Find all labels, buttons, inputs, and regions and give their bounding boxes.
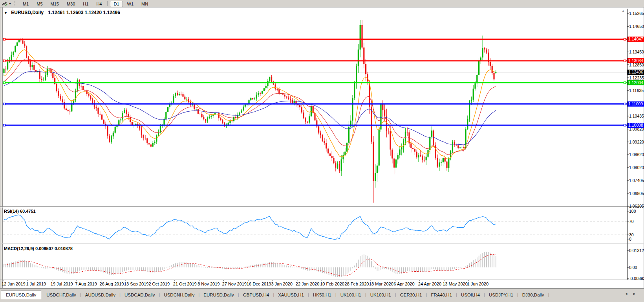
macd-pane-label: MACD(12,26,9) 0.009507 0.010878 [4,246,73,251]
price-axis-tick: 1.10435 [629,114,644,118]
tab-separator: | [119,293,121,297]
price-axis-tick: 1.06805 [629,191,644,196]
rsi-pane-label: RSI(14) 60.4751 [4,209,36,214]
price-axis-tick: 1.15265 [629,11,644,16]
tab-scroll-arrows: ◄► [624,292,641,296]
chart-tab-hk50-h1[interactable]: HK50,H1 [309,291,335,299]
price-axis-tick: 1.12235 [629,76,644,80]
chart-tab-usdchf-daily[interactable]: USDCHF,Daily [43,291,79,299]
date-axis-label: 13 May 2020 [443,282,468,286]
price-badge: 1.14047 [628,37,644,42]
price-axis-tick: 1.11635 [629,88,644,93]
tab-separator: | [198,293,199,297]
date-axis-label: 24 Apr 2020 [418,282,441,286]
tab-separator: | [484,293,485,297]
date-axis-label: 8 Nov 2019 [198,282,220,286]
date-axis-label: 28 Feb 2020 [345,282,369,286]
price-axis-tick: 1.06205 [629,204,644,208]
line-handle[interactable] [624,82,626,84]
date-axis-label: 27 Nov 2019 [222,282,247,286]
tab-separator: | [548,293,549,297]
rsi-axis-tick: 0 [629,237,631,241]
line-handle[interactable] [4,38,5,40]
chart-tab-audusd-daily[interactable]: AUDUSD,Daily [82,291,119,299]
chart-title-symbol: EURUSD,Daily [11,10,44,15]
chart-tab-uk100-h1[interactable]: UK100,H1 [337,291,365,299]
chart-tab-usoil-h4[interactable]: USOil,H4 [457,291,483,299]
mt4-window: ▼ M1M5M15M30H1H4D1W1MN ▼ EURUSD,Daily 1.… [0,0,644,302]
macd-axis-tick: 0.00 [629,265,637,270]
date-axis-label: 22 Jan 2020 [296,282,320,286]
tab-separator: | [517,293,518,297]
chart-tab-eurusd-daily[interactable]: EURUSD,Daily [200,291,237,299]
chart-title: ▼ EURUSD,Daily 1.12461 1.12603 1.12420 1… [4,10,120,15]
date-axis-label: 6 Apr 2020 [393,282,414,286]
price-axis-tick: 1.13450 [629,50,644,54]
date-axis-label: 1 Jul 2019 [26,282,46,286]
rsi-axis-tick: 70 [629,219,634,224]
line-handle[interactable] [4,103,5,105]
date-axis-label: 1 Jun 2020 [467,282,488,286]
chart-tab-eurusd-daily[interactable]: EURUSD,Daily [1,291,41,299]
chart-tab-fra40-h1[interactable]: FRA40,H1 [427,291,456,299]
collapse-triangle-icon[interactable]: ▼ [4,11,7,15]
chart-scroll-marker[interactable]: ▲ [622,9,625,13]
macd-axis-tick: -0.008933 [629,276,644,281]
price-axis-tick: 1.08620 [629,152,644,157]
chart-tab-gbpusd-h4[interactable]: GBPUSD,H4 [240,291,273,299]
tab-separator: | [426,293,427,297]
chart-title-ohlc: 1.12461 1.12603 1.12420 1.12496 [48,10,120,15]
chart-canvas[interactable] [0,0,644,302]
line-handle[interactable] [4,60,5,62]
tab-separator: | [80,293,81,297]
date-axis-label: 2 Oct 2019 [148,282,170,286]
tab-separator: | [273,293,274,297]
date-axis-label: 10 Feb 2020 [320,282,344,286]
tab-separator: | [238,293,239,297]
tab-separator: | [335,293,337,297]
chart-tab-xauusd-h1[interactable]: XAUUSD,H1 [274,291,307,299]
price-axis-tick: 1.09220 [629,140,644,144]
date-axis-label: 19 Jul 2019 [51,282,73,286]
price-badge: 1.12496 [628,70,644,75]
chart-tab-usdcnh-daily[interactable]: USDCNH,Daily [160,291,198,299]
rsi-axis-tick: 100 [629,209,636,214]
price-axis-tick: 1.07405 [629,178,644,183]
line-handle[interactable] [624,103,626,105]
date-axis-label: 26 Aug 2019 [100,282,124,286]
date-axis-label: 3 Jan 2020 [271,282,292,286]
tab-scroll-right-icon[interactable]: ► [633,292,641,296]
tab-separator: | [395,293,396,297]
date-axis-label: 7 Aug 2019 [75,282,97,286]
date-axis-label: 12 Jun 2019 [2,282,26,286]
chart-tab-ger30-h1[interactable]: GER30,H1 [397,291,426,299]
tab-scroll-left-icon[interactable]: ◄ [624,292,633,296]
tab-separator: | [365,293,366,297]
line-handle[interactable] [624,124,626,126]
line-handle[interactable] [4,124,5,126]
price-badge: 1.11009 [628,101,644,107]
chart-tab-uk100-h1[interactable]: UK100,H1 [367,291,395,299]
date-axis-label: 13 Sep 2019 [124,282,148,286]
price-badge: 1.10008 [628,123,644,128]
chart-tab-dj30-daily[interactable]: DJ30,Daily [519,291,548,299]
tab-separator: | [308,293,309,297]
date-axis-label: 18 Mar 2020 [369,282,393,286]
price-axis-tick: 1.14650 [629,24,644,29]
line-handle[interactable] [624,60,626,62]
price-badge: 1.13034 [628,58,644,63]
chart-tab-usdjpy-h1[interactable]: USDJPY,H1 [485,291,517,299]
price-axis-tick: 1.08020 [629,165,644,170]
chart-tab-bar: EURUSD,DailyUSDCHF,Daily|AUDUSD,Daily|US… [1,290,626,300]
tab-separator: | [159,293,160,297]
tab-separator: | [456,293,457,297]
price-badge: 1.12004 [628,80,644,85]
macd-axis-tick: 0.013121 [629,248,644,253]
line-handle[interactable] [4,82,5,84]
date-axis-label: 16 Dec 2019 [247,282,271,286]
line-handle[interactable] [624,38,626,40]
date-axis-label: 21 Oct 2019 [173,282,197,286]
chart-tab-usdcad-daily[interactable]: USDCAD,Daily [121,291,158,299]
